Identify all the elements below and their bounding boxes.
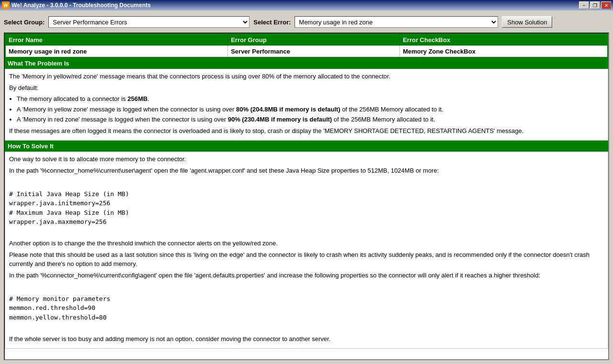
solve-section-body: One way to solve it is to allocate more … bbox=[5, 152, 608, 349]
col2-header: Error Group bbox=[228, 34, 400, 46]
bullet3-post: of the 256MB Memory allocated to it. bbox=[332, 116, 435, 123]
content-area: Error Name Error Group Error CheckBox Me… bbox=[4, 33, 609, 360]
solve-code1: # Initial Java Heap Size (in MB) wrapper… bbox=[9, 189, 604, 227]
restore-button[interactable]: ❐ bbox=[590, 1, 600, 9]
solve-para6: If the whole server is too busy and addi… bbox=[9, 334, 604, 344]
problem-section-body: The 'Memory in yellow/red zone' message … bbox=[5, 69, 608, 141]
error-select[interactable]: Memory usage in red zone bbox=[295, 16, 498, 28]
error-table: Error Name Error Group Error CheckBox Me… bbox=[5, 33, 608, 58]
app-icon: W bbox=[2, 1, 10, 9]
show-solution-button[interactable]: Show Solution bbox=[502, 16, 552, 28]
group-select[interactable]: Server Performance Errors bbox=[48, 16, 250, 28]
bullet2-bold: 80% (204.8MB if memory is default) bbox=[236, 106, 340, 113]
table-row: Memory usage in red zone Server Performa… bbox=[5, 46, 608, 58]
bullet1-bold: 256MB bbox=[127, 95, 148, 102]
select-group-label: Select Group: bbox=[4, 19, 45, 26]
bullet2-post: of the 256MB Memory allocated to it. bbox=[341, 106, 443, 113]
window-controls: − ❐ ✕ bbox=[579, 1, 611, 9]
solve-para4: Please note that this should be used as … bbox=[9, 250, 604, 269]
select-error-label: Select Error: bbox=[253, 19, 291, 26]
scroll-area[interactable]: Error Name Error Group Error CheckBox Me… bbox=[5, 33, 608, 359]
problem-section-header: What The Problem Is bbox=[5, 58, 608, 69]
bullet2-pre: A 'Memory in yellow zone' message is log… bbox=[17, 106, 236, 113]
bullet2: A 'Memory in yellow zone' message is log… bbox=[17, 105, 604, 114]
problem-intro: The 'Memory in yellow/red zone' message … bbox=[9, 72, 604, 81]
bullet1: The memory allocated to a connector is 2… bbox=[17, 94, 604, 104]
solve-para3: Another option is to change the the thre… bbox=[9, 239, 604, 248]
solve-code2: # Memory monitor parameters memmon.red.t… bbox=[9, 294, 604, 322]
controls-row: Select Group: Server Performance Errors … bbox=[4, 14, 609, 30]
col2-value: Server Performance bbox=[228, 46, 400, 58]
col3-value: Memory Zone CheckBox bbox=[400, 46, 608, 58]
solve-para2: In the path '%connector_home%\current\us… bbox=[9, 166, 604, 176]
problem-footer: If these messages are often logged it me… bbox=[9, 126, 604, 136]
window-body: Select Group: Server Performance Errors … bbox=[0, 11, 613, 364]
bullet1-pre: The memory allocated to a connector is bbox=[17, 95, 127, 102]
minimize-button[interactable]: − bbox=[579, 1, 589, 9]
col1-value: Memory usage in red zone bbox=[5, 46, 228, 58]
solve-para1: One way to solve it is to allocate more … bbox=[9, 154, 604, 164]
col3-header: Error CheckBox bbox=[400, 34, 608, 46]
solve-section-header: How To Solve It bbox=[5, 141, 608, 152]
solve-para5: In the path '%connector_home%\current\co… bbox=[9, 271, 604, 280]
bullet3-pre: A 'Memory in red zone' message is logged… bbox=[17, 116, 228, 123]
problem-list: The memory allocated to a connector is 2… bbox=[17, 94, 604, 124]
close-button[interactable]: ✕ bbox=[601, 1, 611, 9]
window-title: We! Analyze - 3.0.0.0 - Troubleshooting … bbox=[11, 2, 151, 9]
bullet3-bold: 90% (230.4MB if memory is default) bbox=[228, 116, 332, 123]
title-bar: W We! Analyze - 3.0.0.0 - Troubleshootin… bbox=[0, 0, 613, 11]
col1-header: Error Name bbox=[5, 34, 228, 46]
bullet3: A 'Memory in red zone' message is logged… bbox=[17, 115, 604, 124]
bullet1-end: . bbox=[148, 95, 149, 102]
by-default-label: By default: bbox=[9, 83, 604, 93]
